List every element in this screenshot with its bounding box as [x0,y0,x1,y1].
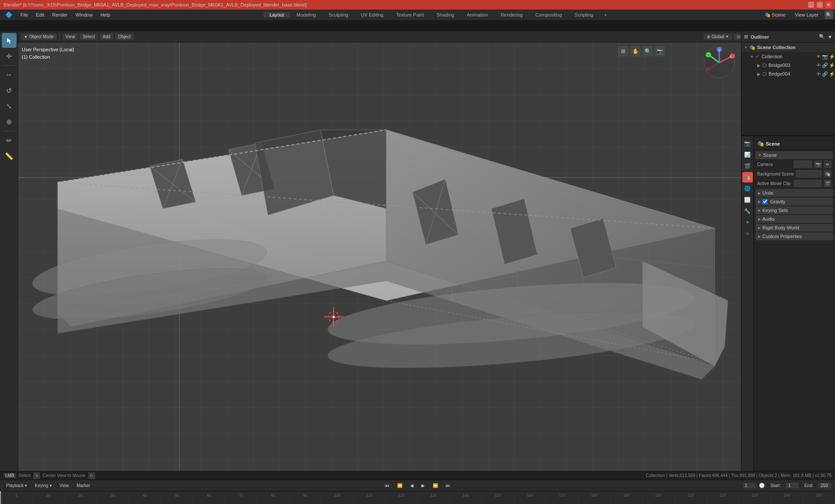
audio-section-header[interactable]: ▶ Audio [755,215,833,223]
camera-picker-icon[interactable]: 📷 [814,160,822,168]
menu-render[interactable]: Render [49,11,71,18]
playback-menu[interactable]: Playback ▾ [3,482,30,489]
collection-render-icon[interactable]: 📷 [822,54,828,60]
bridge003-extra-icon[interactable]: ⚡ [829,63,835,68]
bridge003-hide-icon[interactable]: 👁 [816,63,821,68]
output-props-icon[interactable]: 📊 [742,149,753,160]
minimize-button[interactable]: _ [808,2,814,8]
marker-menu[interactable]: Marker [74,482,93,489]
bridge004-constraint-icon[interactable]: 🔗 [822,71,828,77]
rigid-body-header[interactable]: ▶ Rigid Body World [755,224,833,232]
bridge004-hide-icon[interactable]: 👁 [816,71,821,77]
end-frame-field[interactable]: 250 [818,483,832,488]
hand-icon[interactable]: ✋ [630,46,641,56]
menu-file[interactable]: File [17,11,32,18]
object-menu[interactable]: Object [115,33,134,40]
tab-rendering[interactable]: Rendering [494,12,529,17]
scene-selector[interactable]: 🎭 Scene [761,11,789,19]
orientation-selector[interactable]: ⊕ Global ▼ [704,33,732,40]
keying-sets-header[interactable]: ▶ Keying Sets [755,206,833,214]
bridge004-item[interactable]: ▶ ⬡ Bridge004 👁 🔗 ⚡ [741,70,835,78]
grid-view-icon[interactable]: ⊞ [618,46,628,56]
tab-shading[interactable]: Shading [431,12,461,17]
orientation-gizmo[interactable]: X Y Z [702,45,737,80]
rotate-tool[interactable]: ↺ [2,83,17,98]
object-props-icon[interactable]: ⬜ [742,195,753,205]
outliner-search-icon[interactable]: 🔍 [819,34,825,40]
collection-item[interactable]: ▼ ✓ Collection 👁 📷 ⚡ [741,52,835,61]
timeline-mark: 120 [385,492,418,504]
transform-tool[interactable]: ⊕ [2,114,17,129]
start-frame-field[interactable]: 1 [786,483,799,488]
tab-layout[interactable]: Layout [264,12,291,17]
jump-next-key-button[interactable]: ⏩ [430,482,441,489]
custom-props-header[interactable]: ▶ Custom Properties [755,232,833,240]
scene-collection-expand-icon[interactable]: ▼ [744,46,748,50]
select-tool[interactable] [2,33,17,48]
collection-expand-icon[interactable]: ▼ [750,55,754,59]
jump-start-button[interactable]: ⏮ [382,482,392,489]
bg-scene-picker-icon[interactable]: 🎭 [824,170,832,178]
tab-animation[interactable]: Animation [461,12,494,17]
annotate-tool[interactable]: ✏ [2,133,17,148]
scene-props-icon[interactable]: 🎭 [742,172,753,182]
add-menu[interactable]: Add [100,33,114,40]
play-button[interactable]: ▶ [419,482,428,489]
jump-prev-key-button[interactable]: ⏪ [394,482,405,489]
jump-end-button[interactable]: ⏭ [443,482,453,489]
tab-compositing[interactable]: Compositing [529,12,568,17]
search-button[interactable]: 🔍 [825,10,833,19]
camera-field[interactable] [794,160,812,168]
menu-edit[interactable]: Edit [33,11,48,18]
view-menu-tl[interactable]: View [57,482,72,489]
world-props-icon[interactable]: 🌐 [742,183,753,194]
outliner-filter-icon[interactable]: ⊞ [744,34,748,40]
tab-texture-paint[interactable]: Texture Paint [390,12,431,17]
scale-tool[interactable]: ⤡ [2,99,17,113]
physics-props-icon[interactable]: ⚛ [742,229,753,239]
current-frame-field[interactable]: 1 [743,483,756,488]
add-workspace-button[interactable]: + [600,12,611,17]
outliner-filter-button[interactable]: ▼ [828,34,832,40]
rigid-body-arrow: ▶ [758,226,761,230]
keying-menu[interactable]: Keying ▾ [32,482,54,489]
viewport[interactable]: User Perspective (Local) (1) Collection [18,43,741,480]
close-button[interactable]: ✕ [825,2,832,8]
view-layer-props-icon[interactable]: 🎬 [742,161,753,171]
measure-tool[interactable]: 📏 [2,149,17,163]
tab-sculpting[interactable]: Sculpting [322,12,354,17]
background-scene-field[interactable] [796,170,822,178]
movie-clip-field[interactable] [794,179,822,187]
maximize-button[interactable]: □ [817,2,823,8]
modifier-props-icon[interactable]: 🔧 [742,206,753,216]
view-layer-selector[interactable]: View Layer [792,11,822,18]
zoom-icon[interactable]: 🔍 [642,46,653,56]
scene-section-header[interactable]: ▼ Scene [755,151,833,159]
particles-props-icon[interactable]: ✦ [742,217,753,228]
cursor-tool[interactable]: ✛ [2,49,17,63]
render-props-icon[interactable]: 📷 [742,138,753,149]
timeline-track[interactable]: 1 11020304050607080901001101201301401501… [0,491,835,504]
select-menu[interactable]: Select [80,33,98,40]
collection-extra-icon[interactable]: ⚡ [829,54,835,60]
movie-clip-icon[interactable]: 🎬 [824,179,832,187]
tab-modeling[interactable]: Modeling [291,12,323,17]
menu-help[interactable]: Help [97,11,114,18]
tab-uv-editing[interactable]: UV Editing [355,12,390,17]
play-back-button[interactable]: ◀ [407,482,416,489]
units-section-header[interactable]: ▶ Units [755,189,833,197]
move-tool[interactable]: ↔ [2,67,17,82]
menu-blender[interactable]: 🔷 [2,10,16,19]
view-menu[interactable]: View [63,33,78,40]
gravity-section-header[interactable]: ▶ Gravity [755,198,833,206]
bridge003-item[interactable]: ▶ ⬡ Bridge003 👁 🔗 ⚡ [741,61,835,70]
gravity-checkbox[interactable] [762,199,768,204]
mode-selector[interactable]: ▼ Object Mode [21,33,57,40]
camera-view-icon[interactable]: 📷 [655,46,665,56]
camera-edit-icon[interactable]: ✏ [824,160,832,168]
menu-window[interactable]: Window [72,11,96,18]
bridge003-constraint-icon[interactable]: 🔗 [822,63,828,68]
bridge004-extra-icon[interactable]: ⚡ [829,71,835,77]
collection-hide-icon[interactable]: 👁 [816,54,821,60]
tab-scripting[interactable]: Scripting [568,12,600,17]
